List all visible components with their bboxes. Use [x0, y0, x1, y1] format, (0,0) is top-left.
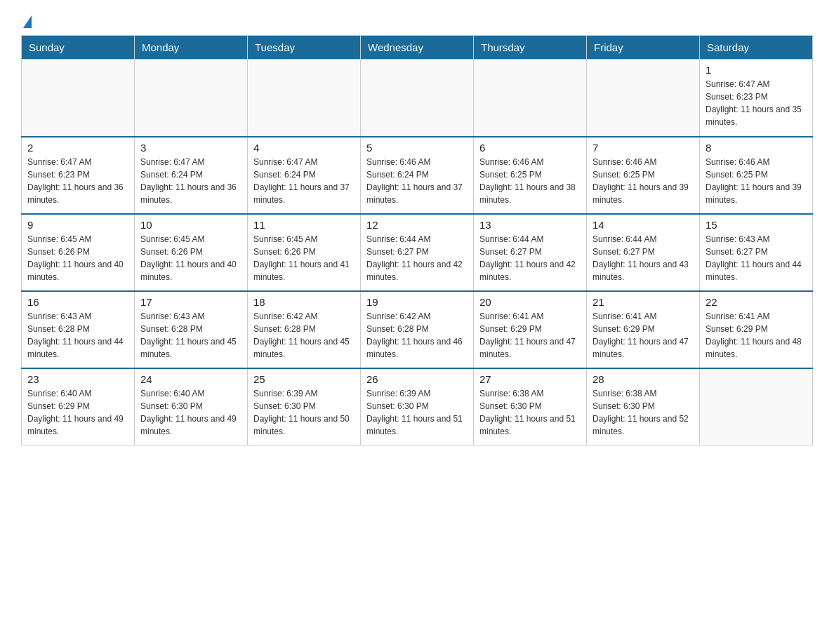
calendar-cell: 16Sunrise: 6:43 AMSunset: 6:28 PMDayligh… — [22, 291, 135, 368]
calendar-cell: 23Sunrise: 6:40 AMSunset: 6:29 PMDayligh… — [22, 368, 135, 445]
calendar-cell: 26Sunrise: 6:39 AMSunset: 6:30 PMDayligh… — [361, 368, 474, 445]
day-info: Sunrise: 6:42 AMSunset: 6:28 PMDaylight:… — [253, 310, 355, 361]
week-row-5: 23Sunrise: 6:40 AMSunset: 6:29 PMDayligh… — [22, 368, 813, 445]
week-row-4: 16Sunrise: 6:43 AMSunset: 6:28 PMDayligh… — [22, 291, 813, 368]
day-info: Sunrise: 6:47 AMSunset: 6:23 PMDaylight:… — [27, 156, 128, 206]
day-number: 17 — [140, 296, 241, 308]
weekday-header-saturday: Saturday — [700, 36, 813, 60]
day-info: Sunrise: 6:44 AMSunset: 6:27 PMDaylight:… — [479, 233, 581, 283]
weekday-header-thursday: Thursday — [474, 36, 587, 60]
day-number: 20 — [479, 296, 581, 308]
calendar-cell — [22, 60, 135, 137]
calendar-cell: 12Sunrise: 6:44 AMSunset: 6:27 PMDayligh… — [361, 214, 474, 291]
calendar-cell: 4Sunrise: 6:47 AMSunset: 6:24 PMDaylight… — [248, 137, 361, 214]
logo — [21, 14, 32, 28]
day-info: Sunrise: 6:38 AMSunset: 6:30 PMDaylight:… — [479, 387, 581, 438]
day-info: Sunrise: 6:39 AMSunset: 6:30 PMDaylight:… — [366, 387, 468, 438]
calendar-cell — [248, 60, 361, 137]
day-info: Sunrise: 6:46 AMSunset: 6:25 PMDaylight:… — [706, 156, 807, 206]
day-number: 4 — [253, 142, 355, 154]
calendar-cell: 14Sunrise: 6:44 AMSunset: 6:27 PMDayligh… — [587, 214, 700, 291]
day-info: Sunrise: 6:47 AMSunset: 6:24 PMDaylight:… — [140, 156, 241, 206]
week-row-3: 9Sunrise: 6:45 AMSunset: 6:26 PMDaylight… — [22, 214, 813, 291]
day-info: Sunrise: 6:44 AMSunset: 6:27 PMDaylight:… — [366, 233, 468, 283]
day-info: Sunrise: 6:38 AMSunset: 6:30 PMDaylight:… — [593, 387, 694, 438]
weekday-header-tuesday: Tuesday — [248, 36, 361, 60]
day-info: Sunrise: 6:46 AMSunset: 6:25 PMDaylight:… — [593, 156, 694, 206]
day-number: 16 — [27, 296, 128, 308]
week-row-2: 2Sunrise: 6:47 AMSunset: 6:23 PMDaylight… — [22, 137, 813, 214]
calendar-cell: 28Sunrise: 6:38 AMSunset: 6:30 PMDayligh… — [587, 368, 700, 445]
page-header — [21, 14, 813, 28]
calendar-cell: 22Sunrise: 6:41 AMSunset: 6:29 PMDayligh… — [700, 291, 813, 368]
day-number: 14 — [593, 219, 694, 231]
day-number: 26 — [366, 373, 468, 385]
day-number: 7 — [593, 142, 694, 154]
calendar-cell: 25Sunrise: 6:39 AMSunset: 6:30 PMDayligh… — [248, 368, 361, 445]
calendar-cell: 9Sunrise: 6:45 AMSunset: 6:26 PMDaylight… — [22, 214, 135, 291]
calendar-cell — [361, 60, 474, 137]
calendar-cell: 3Sunrise: 6:47 AMSunset: 6:24 PMDaylight… — [135, 137, 248, 214]
calendar-cell: 5Sunrise: 6:46 AMSunset: 6:24 PMDaylight… — [361, 137, 474, 214]
weekday-header-monday: Monday — [135, 36, 248, 60]
calendar-cell: 18Sunrise: 6:42 AMSunset: 6:28 PMDayligh… — [248, 291, 361, 368]
day-info: Sunrise: 6:41 AMSunset: 6:29 PMDaylight:… — [706, 310, 807, 361]
calendar-cell: 17Sunrise: 6:43 AMSunset: 6:28 PMDayligh… — [135, 291, 248, 368]
day-number: 10 — [140, 219, 241, 231]
day-number: 27 — [479, 373, 581, 385]
calendar-cell: 24Sunrise: 6:40 AMSunset: 6:30 PMDayligh… — [135, 368, 248, 445]
day-info: Sunrise: 6:45 AMSunset: 6:26 PMDaylight:… — [140, 233, 241, 283]
weekday-header-wednesday: Wednesday — [361, 36, 474, 60]
day-number: 8 — [706, 142, 807, 154]
calendar-cell: 20Sunrise: 6:41 AMSunset: 6:29 PMDayligh… — [474, 291, 587, 368]
day-number: 11 — [253, 219, 355, 231]
day-number: 15 — [706, 219, 807, 231]
day-number: 23 — [27, 373, 128, 385]
calendar-cell: 7Sunrise: 6:46 AMSunset: 6:25 PMDaylight… — [587, 137, 700, 214]
day-number: 1 — [706, 64, 807, 76]
calendar-cell: 10Sunrise: 6:45 AMSunset: 6:26 PMDayligh… — [135, 214, 248, 291]
day-number: 19 — [366, 296, 468, 308]
calendar-cell — [700, 368, 813, 445]
calendar-cell: 19Sunrise: 6:42 AMSunset: 6:28 PMDayligh… — [361, 291, 474, 368]
calendar-cell: 11Sunrise: 6:45 AMSunset: 6:26 PMDayligh… — [248, 214, 361, 291]
day-number: 22 — [706, 296, 807, 308]
week-row-1: 1Sunrise: 6:47 AMSunset: 6:23 PMDaylight… — [22, 60, 813, 137]
day-info: Sunrise: 6:41 AMSunset: 6:29 PMDaylight:… — [479, 310, 581, 361]
day-info: Sunrise: 6:43 AMSunset: 6:27 PMDaylight:… — [706, 233, 807, 283]
calendar-cell: 13Sunrise: 6:44 AMSunset: 6:27 PMDayligh… — [474, 214, 587, 291]
day-info: Sunrise: 6:43 AMSunset: 6:28 PMDaylight:… — [27, 310, 128, 361]
weekday-header-sunday: Sunday — [22, 36, 135, 60]
weekday-header-row: SundayMondayTuesdayWednesdayThursdayFrid… — [22, 36, 813, 60]
day-info: Sunrise: 6:46 AMSunset: 6:25 PMDaylight:… — [479, 156, 581, 206]
day-number: 12 — [366, 219, 468, 231]
day-info: Sunrise: 6:39 AMSunset: 6:30 PMDaylight:… — [253, 387, 355, 438]
day-number: 9 — [27, 219, 128, 231]
day-number: 13 — [479, 219, 581, 231]
day-number: 25 — [253, 373, 355, 385]
day-number: 5 — [366, 142, 468, 154]
calendar-cell: 6Sunrise: 6:46 AMSunset: 6:25 PMDaylight… — [474, 137, 587, 214]
day-number: 3 — [140, 142, 241, 154]
calendar-cell — [587, 60, 700, 137]
day-info: Sunrise: 6:41 AMSunset: 6:29 PMDaylight:… — [593, 310, 694, 361]
day-number: 28 — [593, 373, 694, 385]
calendar-cell: 1Sunrise: 6:47 AMSunset: 6:23 PMDaylight… — [700, 60, 813, 137]
calendar-cell: 21Sunrise: 6:41 AMSunset: 6:29 PMDayligh… — [587, 291, 700, 368]
day-info: Sunrise: 6:45 AMSunset: 6:26 PMDaylight:… — [253, 233, 355, 283]
day-info: Sunrise: 6:40 AMSunset: 6:29 PMDaylight:… — [27, 387, 128, 438]
calendar-cell: 2Sunrise: 6:47 AMSunset: 6:23 PMDaylight… — [22, 137, 135, 214]
weekday-header-friday: Friday — [587, 36, 700, 60]
calendar-cell — [474, 60, 587, 137]
logo-triangle-icon — [23, 15, 32, 28]
calendar-cell — [135, 60, 248, 137]
day-info: Sunrise: 6:47 AMSunset: 6:23 PMDaylight:… — [706, 78, 807, 128]
day-info: Sunrise: 6:47 AMSunset: 6:24 PMDaylight:… — [253, 156, 355, 206]
day-info: Sunrise: 6:44 AMSunset: 6:27 PMDaylight:… — [593, 233, 694, 283]
day-number: 2 — [27, 142, 128, 154]
day-number: 21 — [593, 296, 694, 308]
day-number: 24 — [140, 373, 241, 385]
calendar-cell: 15Sunrise: 6:43 AMSunset: 6:27 PMDayligh… — [700, 214, 813, 291]
day-info: Sunrise: 6:43 AMSunset: 6:28 PMDaylight:… — [140, 310, 241, 361]
day-info: Sunrise: 6:45 AMSunset: 6:26 PMDaylight:… — [27, 233, 128, 283]
